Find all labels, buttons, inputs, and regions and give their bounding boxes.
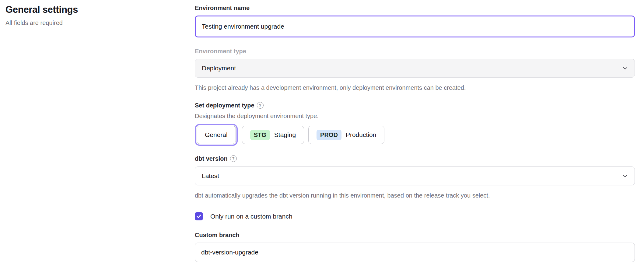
dbt-version-value: Latest bbox=[202, 172, 219, 180]
deployment-type-general-label: General bbox=[205, 131, 228, 139]
custom-branch-toggle-label[interactable]: Only run on a custom branch bbox=[210, 213, 292, 220]
custom-branch-label: Custom branch bbox=[195, 231, 635, 239]
deployment-type-label-text: Set deployment type bbox=[195, 102, 254, 109]
custom-branch-input[interactable] bbox=[195, 243, 635, 262]
deployment-type-general-button[interactable]: General bbox=[197, 126, 236, 144]
deployment-type-staging-label: Staging bbox=[274, 131, 296, 139]
check-icon bbox=[196, 214, 201, 219]
page-title: General settings bbox=[5, 4, 195, 15]
dbt-version-select[interactable]: Latest bbox=[195, 167, 635, 185]
deployment-type-production-label: Production bbox=[346, 131, 376, 139]
custom-branch-checkbox[interactable] bbox=[195, 212, 203, 220]
production-badge: PROD bbox=[317, 130, 341, 140]
staging-badge: STG bbox=[250, 130, 270, 140]
custom-branch-toggle-row: Only run on a custom branch bbox=[195, 212, 635, 220]
environment-type-select[interactable]: Deployment bbox=[195, 59, 635, 78]
deployment-type-options: General STG Staging PROD Production bbox=[195, 126, 635, 144]
settings-intro: General settings All fields are required bbox=[0, 0, 195, 263]
general-settings-page: General settings All fields are required… bbox=[0, 0, 644, 263]
help-icon[interactable]: ? bbox=[257, 102, 264, 109]
environment-type-label: Environment type bbox=[195, 47, 635, 55]
deployment-type-staging-button[interactable]: STG Staging bbox=[242, 126, 304, 144]
environment-form: Environment name Environment type Deploy… bbox=[195, 0, 635, 263]
help-icon[interactable]: ? bbox=[230, 155, 237, 162]
dbt-version-label-text: dbt version bbox=[195, 155, 228, 162]
environment-type-value: Deployment bbox=[202, 65, 236, 72]
chevron-down-icon bbox=[622, 65, 628, 71]
environment-name-label: Environment name bbox=[195, 4, 635, 12]
page-subtitle: All fields are required bbox=[5, 19, 195, 26]
dbt-version-label: dbt version ? bbox=[195, 155, 635, 162]
environment-type-helper: This project already has a development e… bbox=[195, 84, 635, 91]
environment-name-input[interactable] bbox=[195, 16, 635, 37]
chevron-down-icon bbox=[622, 173, 628, 179]
deployment-type-helper: Designates the deployment environment ty… bbox=[195, 113, 635, 120]
deployment-type-production-button[interactable]: PROD Production bbox=[308, 126, 384, 144]
deployment-type-label: Set deployment type ? bbox=[195, 102, 635, 109]
dbt-version-helper: dbt automatically upgrades the dbt versi… bbox=[195, 192, 635, 199]
